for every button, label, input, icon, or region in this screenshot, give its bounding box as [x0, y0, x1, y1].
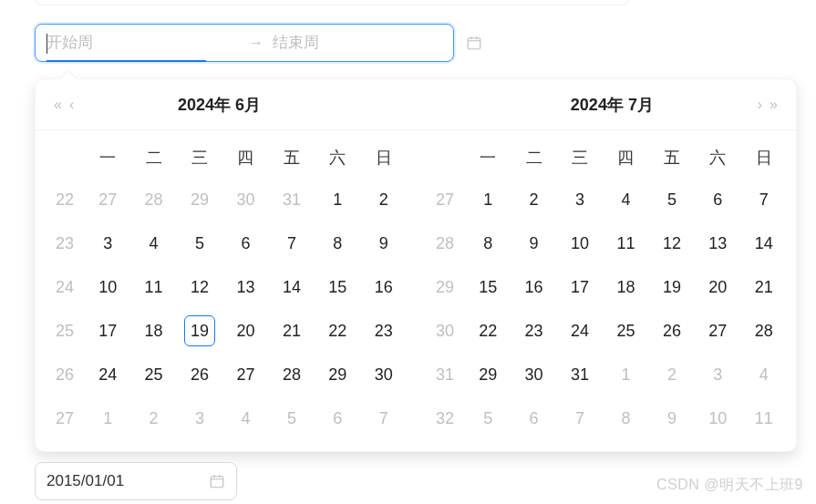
day-cell[interactable]: 1 [465, 178, 511, 221]
day-cell[interactable]: 30 [361, 353, 407, 396]
day-cell[interactable]: 29 [465, 353, 511, 396]
day-cell[interactable]: 28 [741, 309, 787, 353]
left-month-title[interactable]: 2024年 6月 [77, 94, 361, 116]
day-cell[interactable]: 1 [85, 396, 130, 440]
day-cell[interactable]: 23 [361, 309, 407, 353]
day-cell[interactable]: 5 [269, 396, 315, 440]
day-cell[interactable]: 3 [557, 178, 603, 221]
day-cell[interactable]: 25 [130, 353, 176, 396]
day-cell[interactable]: 2 [511, 178, 556, 221]
day-cell[interactable]: 2 [649, 353, 695, 396]
day-cell[interactable]: 15 [465, 265, 511, 309]
day-cell[interactable]: 30 [222, 178, 268, 221]
week-row[interactable]: 2624252627282930 [45, 353, 407, 396]
day-cell[interactable]: 1 [603, 353, 648, 396]
day-cell[interactable]: 3 [85, 221, 130, 265]
day-cell[interactable]: 12 [649, 221, 695, 265]
day-cell[interactable]: 14 [741, 221, 787, 265]
day-cell[interactable]: 5 [177, 221, 222, 265]
day-cell[interactable]: 10 [557, 221, 603, 265]
day-cell[interactable]: 7 [741, 178, 787, 221]
day-cell[interactable]: 16 [511, 265, 556, 309]
day-cell[interactable]: 23 [511, 309, 556, 353]
next-year-button[interactable]: » [766, 97, 781, 113]
day-cell[interactable]: 5 [465, 396, 511, 440]
day-cell[interactable]: 27 [695, 309, 740, 353]
day-cell[interactable]: 13 [222, 265, 268, 309]
day-cell[interactable]: 3 [177, 396, 222, 440]
day-cell[interactable]: 9 [511, 221, 556, 265]
day-cell[interactable]: 2 [361, 178, 407, 221]
day-cell[interactable]: 19 [177, 309, 222, 353]
day-cell[interactable]: 17 [85, 309, 130, 353]
week-row[interactable]: 2517181920212223 [45, 309, 407, 353]
day-cell[interactable]: 29 [177, 178, 222, 221]
day-cell[interactable]: 31 [557, 353, 603, 396]
prev-month-button[interactable]: ‹ [66, 97, 77, 113]
day-cell[interactable]: 8 [465, 221, 511, 265]
day-cell[interactable]: 7 [361, 396, 407, 440]
day-cell[interactable]: 6 [511, 396, 556, 440]
day-cell[interactable]: 4 [222, 396, 268, 440]
day-cell[interactable]: 11 [741, 396, 787, 440]
day-cell[interactable]: 17 [557, 265, 603, 309]
day-cell[interactable]: 18 [603, 265, 648, 309]
day-cell[interactable]: 20 [222, 309, 268, 353]
end-week-input[interactable] [273, 34, 466, 52]
day-cell[interactable]: 26 [177, 353, 222, 396]
date-picker[interactable]: 2015/01/01 [35, 462, 237, 500]
day-cell[interactable]: 31 [269, 178, 315, 221]
day-cell[interactable]: 11 [130, 265, 176, 309]
day-cell[interactable]: 9 [649, 396, 695, 440]
week-row[interactable]: 271234567 [45, 396, 407, 440]
day-cell[interactable]: 11 [603, 221, 648, 265]
day-cell[interactable]: 13 [695, 221, 740, 265]
day-cell[interactable]: 3 [695, 353, 740, 396]
week-row[interactable]: 28891011121314 [425, 221, 787, 265]
day-cell[interactable]: 24 [85, 353, 130, 396]
day-cell[interactable]: 7 [557, 396, 603, 440]
day-cell[interactable]: 4 [741, 353, 787, 396]
day-cell[interactable]: 6 [695, 178, 740, 221]
day-cell[interactable]: 6 [222, 221, 268, 265]
right-month-title[interactable]: 2024年 7月 [470, 94, 754, 116]
day-cell[interactable]: 21 [741, 265, 787, 309]
week-range-picker[interactable]: → [35, 24, 454, 62]
day-cell[interactable]: 26 [649, 309, 695, 353]
day-cell[interactable]: 30 [511, 353, 556, 396]
day-cell[interactable]: 8 [603, 396, 648, 440]
next-month-button[interactable]: › [754, 97, 766, 113]
day-cell[interactable]: 15 [315, 265, 360, 309]
day-cell[interactable]: 10 [695, 396, 740, 440]
week-row[interactable]: 271234567 [425, 178, 787, 221]
week-row[interactable]: 233456789 [45, 221, 407, 265]
day-cell[interactable]: 4 [603, 178, 648, 221]
week-row[interactable]: 2410111213141516 [45, 265, 407, 309]
day-cell[interactable]: 6 [315, 396, 360, 440]
day-cell[interactable]: 7 [269, 221, 315, 265]
day-cell[interactable]: 28 [130, 178, 176, 221]
day-cell[interactable]: 9 [361, 221, 407, 265]
day-cell[interactable]: 29 [315, 353, 360, 396]
day-cell[interactable]: 4 [130, 221, 176, 265]
day-cell[interactable]: 25 [603, 309, 648, 353]
week-row[interactable]: 22272829303112 [45, 178, 407, 221]
day-cell[interactable]: 21 [269, 309, 315, 353]
week-row[interactable]: 2915161718192021 [425, 265, 787, 309]
day-cell[interactable]: 22 [465, 309, 511, 353]
day-cell[interactable]: 14 [269, 265, 315, 309]
day-cell[interactable]: 5 [649, 178, 695, 221]
day-cell[interactable]: 27 [85, 178, 130, 221]
day-cell[interactable]: 19 [649, 265, 695, 309]
day-cell[interactable]: 1 [315, 178, 360, 221]
day-cell[interactable]: 24 [557, 309, 603, 353]
day-cell[interactable]: 2 [130, 396, 176, 440]
day-cell[interactable]: 8 [315, 221, 360, 265]
day-cell[interactable]: 22 [315, 309, 360, 353]
day-cell[interactable]: 16 [361, 265, 407, 309]
day-cell[interactable]: 10 [85, 265, 130, 309]
day-cell[interactable]: 18 [130, 309, 176, 353]
start-week-input[interactable] [46, 34, 240, 52]
week-row[interactable]: 32567891011 [425, 396, 787, 440]
prev-year-button[interactable]: « [50, 97, 66, 113]
